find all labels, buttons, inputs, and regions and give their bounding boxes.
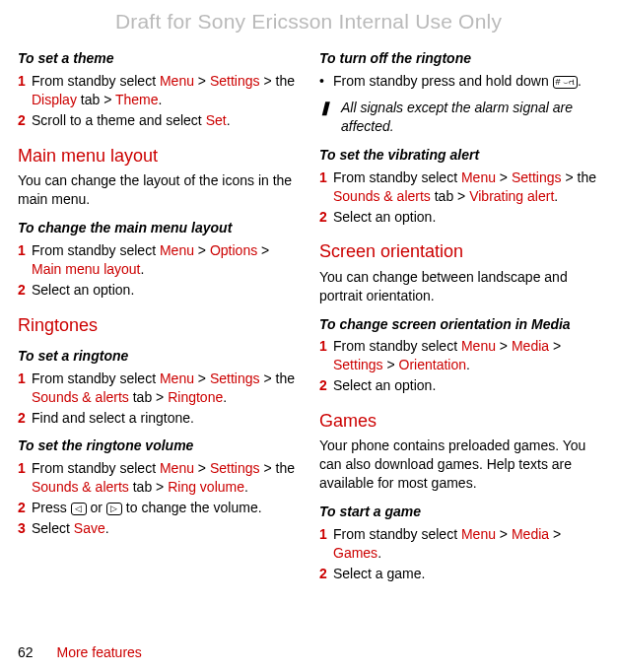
step-row: 3 Select Save. [18, 519, 298, 538]
text: . [554, 188, 558, 204]
text: . [578, 73, 582, 89]
menu-path: Theme [115, 92, 159, 107]
step-row: 1 From standby select Menu > Settings > … [18, 72, 298, 109]
step-number: 1 [18, 459, 32, 497]
text: or [87, 500, 106, 515]
menu-path: Set [206, 112, 227, 128]
text: tab > [431, 188, 469, 204]
text: From standby select [333, 526, 461, 542]
text: Scroll to a theme and select [32, 112, 206, 128]
section-main-menu-layout: Main menu layout [18, 144, 298, 168]
text: . [159, 92, 163, 107]
text: From standby select [333, 169, 461, 185]
step-number: 2 [319, 376, 333, 395]
body-text: You can change between landscape and por… [319, 268, 599, 305]
heading-set-theme: To set a theme [18, 49, 298, 68]
step-number: 1 [319, 525, 333, 563]
step-number: 1 [319, 168, 333, 206]
note-row: ❚ All signals except the alarm signal ar… [319, 99, 599, 136]
step-number: 1 [18, 241, 32, 279]
nav-left-icon: ◁ [71, 503, 87, 515]
menu-path: Menu [461, 338, 496, 354]
menu-path: Sounds & alerts [333, 188, 431, 204]
heading-start-game: To start a game [319, 503, 599, 521]
footer-section: More features [56, 644, 141, 660]
menu-path: Games [333, 545, 377, 561]
sep: > [549, 338, 561, 354]
step-number: 2 [319, 208, 333, 227]
body-text: You can change the layout of the icons i… [18, 171, 298, 209]
step-text: From standby select Menu > Media > Setti… [333, 337, 599, 374]
sep: > [194, 370, 210, 386]
menu-path: Vibrating alert [469, 188, 554, 204]
step-text: From standby select Menu > Options > Mai… [32, 241, 298, 279]
step-number: 2 [18, 409, 32, 428]
heading-change-screen-orientation: To change screen orientation in Media [319, 315, 599, 334]
menu-path: Display [32, 92, 77, 107]
text: > the [260, 370, 295, 386]
sep: > [194, 242, 210, 258]
text: . [141, 261, 145, 277]
step-text: From standby press and hold down # ⌣ત. [333, 72, 599, 91]
sep: > [194, 73, 210, 89]
menu-path: Options [210, 242, 257, 258]
left-column: To set a theme 1 From standby select Men… [18, 39, 298, 584]
text: to change the volume. [122, 500, 262, 515]
page-number: 62 [18, 644, 34, 660]
text: tab > [129, 389, 168, 405]
menu-path: Sounds & alerts [32, 479, 129, 495]
text: . [227, 112, 231, 128]
menu-path: Menu [160, 73, 194, 89]
body-text: Your phone contains preloaded games. You… [319, 437, 599, 493]
step-row: 2 Select an option. [319, 208, 599, 227]
note-text: All signals except the alarm signal are … [341, 99, 599, 136]
step-row: 1 From standby select Menu > Media > Set… [319, 337, 599, 374]
step-text: Select a game. [333, 565, 599, 583]
right-column: To turn off the ringtone • From standby … [319, 39, 599, 584]
menu-path: Settings [210, 370, 260, 386]
text: . [105, 520, 109, 536]
nav-right-icon: ▷ [106, 503, 122, 515]
step-text: Select an option. [333, 376, 599, 395]
menu-path: Main menu layout [32, 261, 141, 277]
sep: > [549, 526, 561, 542]
menu-path: Media [512, 526, 549, 542]
text: From standby press and hold down [333, 73, 553, 89]
menu-path: Settings [333, 357, 383, 372]
sep: > [383, 357, 399, 372]
bullet-icon: • [319, 72, 333, 91]
step-number: 2 [18, 111, 32, 130]
step-number: 1 [18, 370, 32, 407]
step-row: 2 Press ◁ or ▷ to change the volume. [18, 499, 298, 517]
heading-set-ringtone: To set a ringtone [18, 347, 298, 366]
bullet-row: • From standby press and hold down # ⌣ત. [319, 72, 599, 91]
step-number: 3 [18, 519, 32, 538]
heading-change-layout: To change the main menu layout [18, 219, 298, 237]
menu-path: Menu [160, 460, 194, 476]
section-games: Games [319, 409, 599, 433]
step-text: From standby select Menu > Settings > th… [333, 168, 599, 206]
step-row: 1 From standby select Menu > Settings > … [319, 168, 599, 206]
menu-path: Ringtone [168, 389, 223, 405]
step-text: From standby select Menu > Media > Games… [333, 525, 599, 563]
menu-path: Menu [160, 370, 194, 386]
step-text: Select an option. [333, 208, 599, 227]
step-text: Select an option. [32, 281, 298, 300]
step-text: Press ◁ or ▷ to change the volume. [32, 499, 298, 517]
menu-path: Orientation [399, 357, 466, 372]
step-row: 2 Select an option. [319, 376, 599, 395]
heading-ringtone-volume: To set the ringtone volume [18, 437, 298, 455]
step-row: 1 From standby select Menu > Options > M… [18, 241, 298, 279]
step-number: 2 [18, 499, 32, 517]
menu-path: Settings [512, 169, 562, 185]
step-row: 2 Scroll to a theme and select Set. [18, 111, 298, 130]
step-row: 1 From standby select Menu > Media > Gam… [319, 525, 599, 563]
step-text: Scroll to a theme and select Set. [32, 111, 298, 130]
step-number: 2 [18, 281, 32, 300]
section-ringtones: Ringtones [18, 313, 298, 337]
step-number: 2 [319, 565, 333, 583]
step-row: 2 Select an option. [18, 281, 298, 300]
step-text: Select Save. [32, 519, 298, 538]
step-number: 1 [319, 337, 333, 374]
sep: > [257, 242, 269, 258]
